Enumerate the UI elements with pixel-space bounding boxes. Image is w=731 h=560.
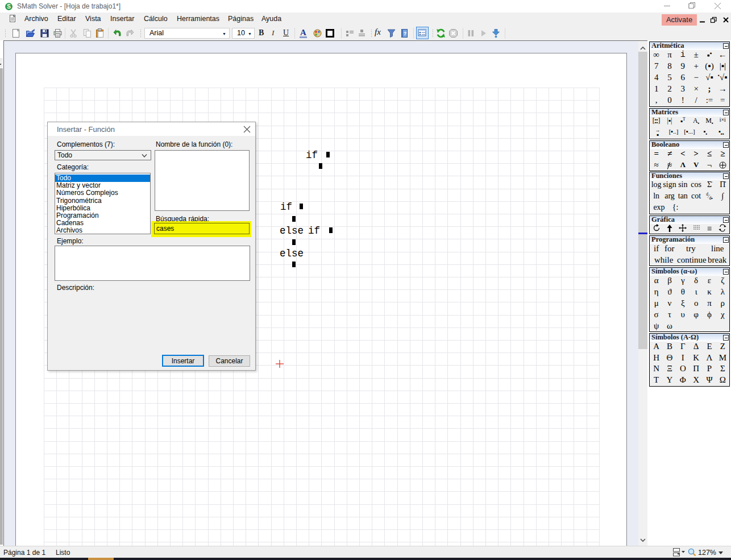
svg-text:?: ?: [404, 31, 407, 36]
